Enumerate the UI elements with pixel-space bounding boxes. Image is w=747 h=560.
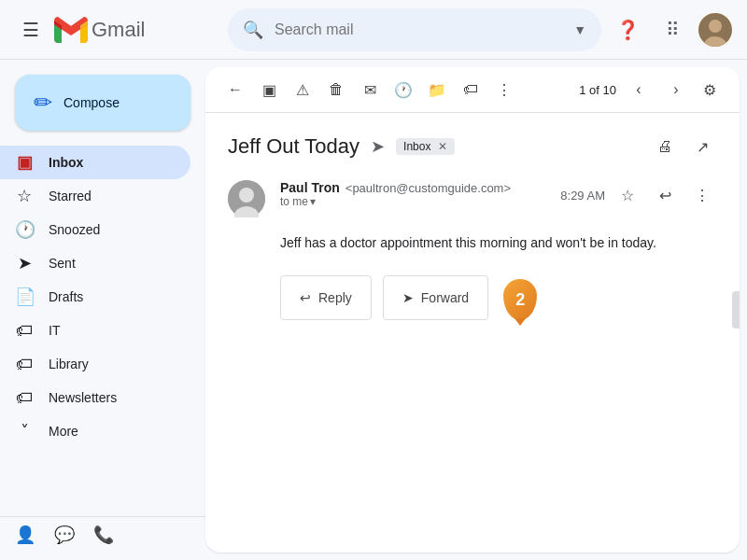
reply-button[interactable]: ↩ Reply: [280, 275, 372, 320]
label-icon-newsletters: 🏷: [15, 388, 34, 408]
back-button[interactable]: ←: [220, 75, 250, 105]
action-buttons: ↩ Reply ➤ Forward 2: [280, 275, 717, 320]
search-dropdown-icon[interactable]: ▼: [573, 22, 586, 37]
print-button[interactable]: 🖨: [650, 132, 680, 161]
move-button[interactable]: 📁: [422, 75, 452, 105]
library-label: Library: [49, 357, 89, 371]
settings-button[interactable]: ⚙: [695, 75, 725, 105]
inbox-badge: Inbox ✕: [396, 138, 455, 155]
forward-button[interactable]: ➤ Forward: [383, 275, 488, 320]
compose-button[interactable]: ✏ Compose: [15, 75, 190, 131]
annotation-badge-2: 2: [503, 279, 537, 320]
starred-label: Starred: [49, 189, 92, 203]
avatar-image: [698, 13, 732, 47]
phone-icon[interactable]: 📞: [93, 525, 114, 545]
gmail-label: Gmail: [92, 18, 145, 42]
chat-icon[interactable]: 💬: [54, 525, 75, 545]
sender-row: Paul Tron <paultron@customguide.com> to …: [228, 180, 717, 217]
email-toolbar: ← ▣ ⚠ 🗑 ✉ 🕐 📁 🏷 ⋮ 1 of 10 ‹ › ⚙: [205, 67, 740, 113]
sent-icon: ➤: [15, 253, 34, 273]
sender-avatar: [228, 180, 265, 217]
label-button[interactable]: 🏷: [456, 75, 486, 105]
sidebar-item-library[interactable]: 🏷 Library: [0, 347, 190, 381]
inbox-badge-close[interactable]: ✕: [438, 140, 447, 153]
gmail-m-icon: [54, 17, 88, 43]
reply-label: Reply: [318, 290, 352, 305]
sidebar-item-starred[interactable]: ☆ Starred: [0, 179, 190, 213]
email-subject: Jeff Out Today: [228, 134, 359, 159]
dropdown-icon[interactable]: ▾: [310, 195, 316, 208]
inbox-icon: ▣: [15, 152, 34, 173]
star-email-button[interactable]: ☆: [613, 180, 642, 210]
sidebar-item-inbox[interactable]: ▣ Inbox: [0, 146, 190, 179]
mark-unread-button[interactable]: ✉: [355, 75, 385, 105]
delete-button[interactable]: 🗑: [321, 75, 351, 105]
drafts-icon: 📄: [15, 287, 34, 307]
compose-plus-icon: ✏: [34, 90, 52, 116]
annotation-badge-number: 2: [515, 290, 525, 310]
it-label: IT: [49, 323, 60, 338]
topbar-right: ❓ ⠿: [609, 11, 732, 49]
sidebar: ✏ Compose ▣ Inbox ☆ Starred 🕐 Snoozed ➤ …: [0, 60, 205, 560]
sender-meta: 8:29 AM ☆ ↩ ⋮: [560, 180, 717, 210]
sender-name: Paul Tron: [280, 180, 340, 195]
next-email-button[interactable]: ›: [661, 75, 691, 105]
topbar-left: ☰ Gmail: [15, 11, 220, 49]
sidebar-item-drafts[interactable]: 📄 Drafts: [0, 280, 190, 314]
sidebar-bottom: 👤 💬 📞: [0, 516, 205, 553]
help-icon[interactable]: ❓: [609, 11, 646, 49]
reply-quick-button[interactable]: ↩: [650, 180, 680, 210]
menu-icon[interactable]: ☰: [15, 11, 47, 49]
more-actions-button[interactable]: ⋮: [489, 75, 519, 105]
compose-label: Compose: [63, 95, 120, 110]
email-content: Jeff Out Today ➤ Inbox ✕ 🖨 ↗: [205, 113, 740, 553]
sender-info: Paul Tron <paultron@customguide.com> to …: [280, 180, 545, 208]
more-label: More: [49, 424, 78, 439]
pagination: 1 of 10 ‹ ›: [579, 75, 691, 105]
more-email-options[interactable]: ⋮: [687, 180, 717, 210]
snoozed-label: Snoozed: [49, 222, 100, 237]
label-icon-it: 🏷: [15, 321, 34, 341]
sender-email-address: <paultron@customguide.com>: [345, 181, 511, 195]
contacts-icon[interactable]: 👤: [15, 525, 35, 545]
scroll-handle[interactable]: [732, 291, 740, 329]
forward-subject-icon: ➤: [371, 136, 385, 157]
sidebar-item-it[interactable]: 🏷 IT: [0, 314, 190, 347]
snooze-button[interactable]: 🕐: [388, 75, 418, 105]
gmail-logo: Gmail: [54, 17, 145, 43]
sidebar-item-sent[interactable]: ➤ Sent: [0, 246, 190, 280]
inbox-label: Inbox: [49, 155, 83, 170]
to-label: to me: [280, 195, 308, 208]
newsletters-label: Newsletters: [49, 390, 117, 405]
open-external-button[interactable]: ↗: [687, 132, 717, 161]
sidebar-item-snoozed[interactable]: 🕐 Snoozed: [0, 213, 190, 246]
email-time: 8:29 AM: [560, 189, 605, 203]
sent-label: Sent: [49, 256, 76, 271]
search-icon: 🔍: [243, 20, 263, 40]
prev-email-button[interactable]: ‹: [624, 75, 654, 105]
spam-button[interactable]: ⚠: [288, 75, 317, 105]
sidebar-item-newsletters[interactable]: 🏷 Newsletters: [0, 381, 190, 414]
sender-to-row: to me ▾: [280, 195, 545, 208]
svg-point-2: [709, 20, 722, 33]
svg-point-5: [239, 188, 254, 203]
forward-icon: ➤: [402, 290, 414, 305]
pagination-text: 1 of 10: [579, 83, 616, 97]
subject-row: Jeff Out Today ➤ Inbox ✕ 🖨 ↗: [228, 132, 717, 161]
apps-icon[interactable]: ⠿: [654, 11, 691, 49]
clock-icon: 🕐: [15, 219, 34, 240]
reply-icon: ↩: [300, 290, 311, 305]
email-view: ← ▣ ⚠ 🗑 ✉ 🕐 📁 🏷 ⋮ 1 of 10 ‹ › ⚙ Jeff Out…: [205, 67, 740, 553]
inbox-badge-label: Inbox: [403, 140, 430, 153]
star-icon: ☆: [15, 186, 34, 206]
email-body: Jeff has a doctor appointment this morni…: [280, 232, 717, 253]
label-icon-library: 🏷: [15, 355, 34, 374]
search-input[interactable]: [275, 21, 566, 38]
avatar[interactable]: [698, 13, 732, 47]
sidebar-item-more[interactable]: ˅ More: [0, 414, 190, 448]
more-icon: ˅: [15, 421, 34, 441]
search-bar[interactable]: 🔍 ▼: [228, 8, 601, 51]
topbar: ☰ Gmail 🔍 ▼ ❓ ⠿: [0, 0, 747, 60]
layout: ✏ Compose ▣ Inbox ☆ Starred 🕐 Snoozed ➤ …: [0, 60, 747, 560]
archive-button[interactable]: ▣: [254, 75, 284, 105]
